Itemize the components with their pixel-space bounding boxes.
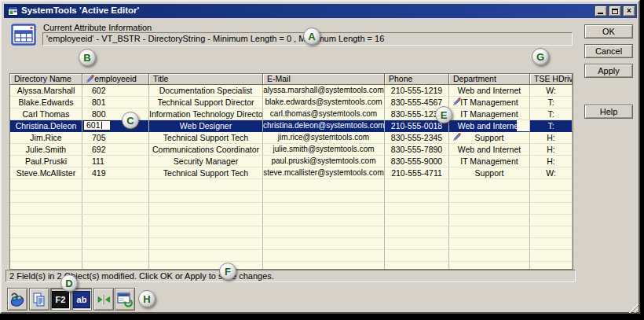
- maximize-icon: [612, 9, 618, 14]
- cell-email[interactable]: jim.rice@systemtools.com: [263, 132, 385, 144]
- attribute-grid[interactable]: Directory Name employeeidTitleE-MailPhon…: [9, 73, 573, 270]
- cell-name[interactable]: Jim.Rice: [10, 132, 82, 144]
- cell-dept[interactable]: IT Management: [449, 109, 530, 120]
- cell-name[interactable]: Christina.Deleon: [10, 120, 82, 132]
- cell-title[interactable]: Documentation Specialist: [149, 85, 263, 97]
- ab-edit-button[interactable]: ab: [71, 288, 92, 311]
- cell-title[interactable]: Web Designer: [149, 120, 263, 132]
- cell-email[interactable]: carl.thomas@systemtools.com: [263, 109, 385, 120]
- cell-drive[interactable]: W:: [530, 85, 573, 97]
- cell-id[interactable]: 800: [82, 109, 149, 120]
- cell-drive[interactable]: W:: [530, 167, 573, 179]
- minimize-button[interactable]: [595, 6, 607, 17]
- cell-dept[interactable]: Web and Internet: [449, 144, 530, 156]
- active-editor-window: SystemTools 'Active Editor' × Current At…: [0, 0, 640, 314]
- column-header-email[interactable]: E-Mail: [263, 74, 385, 85]
- cell-name[interactable]: Blake.Edwards: [10, 97, 82, 109]
- cell-dept[interactable]: Support: [449, 167, 530, 179]
- cell-title[interactable]: Information Technology Director: [149, 109, 263, 120]
- empty-cell: [385, 238, 449, 250]
- cell-id[interactable]: 705: [82, 132, 149, 144]
- empty-cell: [263, 191, 385, 203]
- cell-drive[interactable]: H:: [530, 156, 573, 167]
- cell-title[interactable]: Technical Support Tech: [149, 132, 263, 144]
- cell-title[interactable]: Communications Coordinator: [149, 144, 263, 156]
- employeeid-edit-input[interactable]: 601: [83, 120, 111, 131]
- cell-email[interactable]: paul.pruski@systemtools.com: [263, 156, 385, 167]
- cell-id[interactable]: 601: [82, 120, 149, 132]
- column-header-phone[interactable]: Phone: [385, 74, 449, 85]
- empty-cell: [149, 191, 263, 203]
- cell-email[interactable]: alyssa.marshall@systemtools.com: [263, 85, 385, 97]
- empty-cell: [449, 191, 530, 203]
- cell-dept[interactable]: Web and Internet: [449, 85, 530, 97]
- cell-dept[interactable]: IT Management: [449, 97, 530, 109]
- cell-drive[interactable]: T:: [530, 109, 573, 120]
- cell-dept[interactable]: IT Management: [449, 156, 530, 167]
- empty-cell: [449, 238, 530, 250]
- fit-columns-button[interactable]: [93, 288, 114, 311]
- cell-dept[interactable]: Web and Internet: [449, 120, 530, 132]
- empty-cell: [82, 215, 149, 226]
- table-row[interactable]: Alyssa.Marshall602Documentation Speciali…: [10, 85, 573, 97]
- empty-cell: [449, 250, 530, 262]
- cell-id[interactable]: 419: [82, 167, 149, 179]
- mouse-tool-button[interactable]: [7, 288, 27, 311]
- table-row[interactable]: Blake.Edwards801Technical Support Direct…: [10, 97, 573, 109]
- cell-id[interactable]: 111: [82, 156, 149, 167]
- copy-icon: [31, 292, 47, 307]
- cell-drive[interactable]: H:: [530, 132, 573, 144]
- empty-cell: [149, 262, 263, 270]
- cell-drive[interactable]: T:: [530, 97, 573, 109]
- column-header-title[interactable]: Title: [149, 74, 263, 85]
- table-row[interactable]: Christina.Deleon601Web Designerchristina…: [10, 120, 573, 132]
- cancel-button[interactable]: Cancel: [584, 44, 633, 58]
- cell-name[interactable]: Julie.Smith: [10, 144, 82, 156]
- cell-dept[interactable]: Support: [449, 132, 530, 144]
- table-row[interactable]: Steve.McAllister419Technical Support Tec…: [10, 167, 573, 179]
- cell-phone[interactable]: 210-555-1219: [385, 85, 449, 97]
- column-header-drive[interactable]: TSE HDrive: [530, 74, 573, 85]
- column-header-dept[interactable]: Department: [449, 74, 530, 85]
- help-button[interactable]: Help: [584, 105, 633, 119]
- cell-email[interactable]: blake.edwards@systemtools.com: [263, 97, 385, 109]
- empty-cell: [10, 191, 82, 203]
- cell-id[interactable]: 801: [82, 97, 149, 109]
- cell-phone[interactable]: 830-555-2345: [385, 132, 449, 144]
- cell-drive[interactable]: H:: [530, 144, 573, 156]
- column-header-id[interactable]: employeeid: [82, 74, 149, 85]
- table-row[interactable]: Jim.Rice705Technical Support Techjim.ric…: [10, 132, 573, 144]
- cell-name[interactable]: Paul.Pruski: [10, 156, 82, 167]
- maximize-button[interactable]: [609, 6, 621, 17]
- table-row[interactable]: Carl Thomas800Information Technology Dir…: [10, 109, 573, 120]
- column-header-name[interactable]: Directory Name: [10, 74, 82, 85]
- empty-cell: [385, 262, 449, 270]
- refresh-window-button[interactable]: [115, 288, 135, 311]
- table-row[interactable]: Paul.Pruski111Security Managerpaul.prusk…: [10, 156, 573, 167]
- cell-title[interactable]: Technical Support Director: [149, 97, 263, 109]
- apply-button[interactable]: Apply: [584, 64, 633, 78]
- close-button[interactable]: ×: [623, 6, 635, 17]
- cell-name[interactable]: Carl Thomas: [10, 109, 82, 120]
- empty-cell: [82, 238, 149, 250]
- title-bar[interactable]: SystemTools 'Active Editor' ×: [4, 4, 637, 18]
- cell-email[interactable]: steve.mcallister@systemtools.com: [263, 167, 385, 179]
- cell-phone[interactable]: 830-555-9000: [385, 156, 449, 167]
- table-row[interactable]: Julie.Smith692Communications Coordinator…: [10, 144, 573, 156]
- cell-id[interactable]: 602: [82, 85, 149, 97]
- annotation-E: E: [435, 106, 452, 123]
- ok-button[interactable]: OK: [584, 24, 633, 39]
- cell-title[interactable]: Technical Support Tech: [149, 167, 263, 179]
- resize-grip[interactable]: [628, 303, 639, 313]
- cell-phone[interactable]: 210-555-4711: [385, 167, 449, 179]
- cell-email[interactable]: christina.deleon@systemtools.com: [263, 120, 385, 132]
- cell-drive[interactable]: T:: [530, 120, 573, 132]
- fit-columns-icon: [96, 292, 112, 307]
- cell-name[interactable]: Steve.McAllister: [10, 167, 82, 179]
- cell-id[interactable]: 692: [82, 144, 149, 156]
- cell-name[interactable]: Alyssa.Marshall: [10, 85, 82, 97]
- copy-button[interactable]: [29, 288, 49, 311]
- cell-phone[interactable]: 830-555-7890: [385, 144, 449, 156]
- cell-email[interactable]: julie.smith@systemtools.com: [263, 144, 385, 156]
- cell-title[interactable]: Security Manager: [149, 156, 263, 167]
